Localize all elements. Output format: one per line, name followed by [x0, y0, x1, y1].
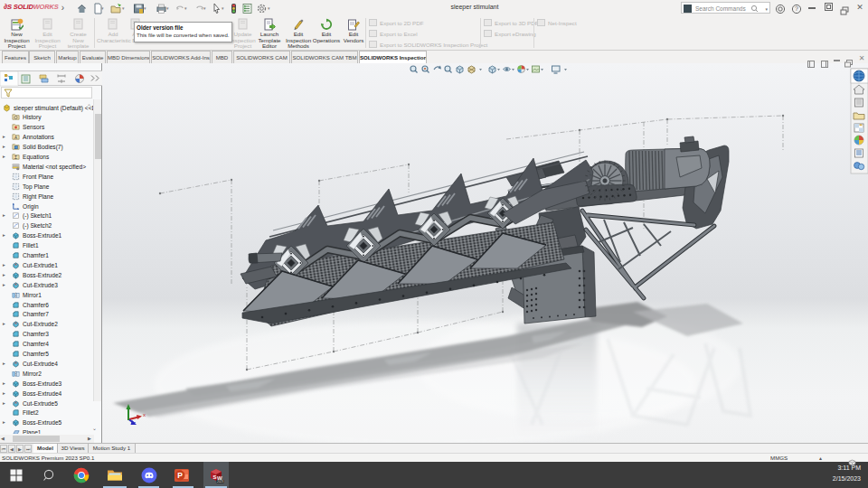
svg-text:P: P — [177, 471, 183, 480]
svg-text:Σ: Σ — [14, 155, 17, 160]
svg-text:2023: 2023 — [217, 480, 223, 483]
svg-text:z: z — [133, 420, 136, 426]
svg-text:x: x — [143, 412, 146, 418]
svg-text:A: A — [14, 136, 17, 140]
svg-text:S: S — [213, 474, 217, 480]
svg-text:?: ? — [795, 5, 798, 12]
